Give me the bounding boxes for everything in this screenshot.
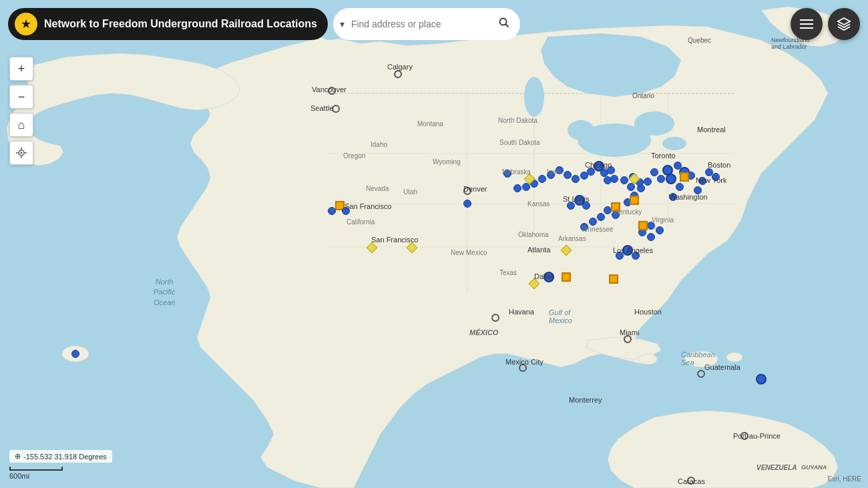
label-monterrey: Havana	[509, 308, 534, 316]
marker-ia3[interactable]	[538, 175, 546, 183]
label-texas: Texas	[499, 269, 517, 276]
label-northdakota: North Dakota	[498, 117, 537, 124]
marker-monterrey[interactable]	[491, 314, 499, 322]
label-north-pacific: NorthPacificOcean	[154, 277, 175, 308]
label-havana: Miami	[620, 328, 639, 336]
zoom-out-button[interactable]: −	[9, 85, 33, 109]
right-controls	[791, 8, 860, 40]
marker-denver[interactable]	[463, 200, 471, 208]
label-oklahoma: Oklahoma	[518, 231, 549, 238]
scale-bar: 600mi	[9, 467, 63, 480]
marker-orange-al[interactable]	[609, 274, 618, 284]
label-caracas: Port-au-Prince	[733, 432, 781, 440]
marker-port-au-prince[interactable]	[756, 374, 767, 385]
label-bogota: Caracas	[678, 477, 705, 485]
label-atlanta: Los Angeles	[613, 246, 653, 254]
marker-chi5[interactable]	[580, 172, 588, 180]
scale-line: 600mi	[9, 467, 63, 480]
label-washington: Washington	[669, 193, 708, 201]
marker-orange-pa[interactable]	[680, 172, 689, 182]
status-bar: ⊕ -155.532 31.918 Degrees	[9, 450, 112, 463]
svg-point-21	[21, 152, 23, 154]
marker-dc2[interactable]	[676, 183, 684, 191]
label-denver: Denver	[463, 185, 487, 193]
label-virginia: Virginia	[652, 216, 674, 224]
map-background	[0, 0, 868, 488]
title-bar: ★ Network to Freedom Underground Railroa…	[8, 8, 328, 40]
scale-label: 600mi	[9, 472, 29, 480]
svg-line-19	[505, 25, 508, 27]
marker-tn1[interactable]	[589, 218, 597, 226]
menu-button[interactable]	[791, 8, 823, 40]
label-miami: Houston	[634, 308, 662, 316]
marker-wi1[interactable]	[564, 171, 572, 179]
map-controls: + − ⌂	[9, 57, 33, 165]
marker-ny3[interactable]	[674, 162, 682, 170]
star-icon: ★	[15, 13, 37, 35]
zoom-in-button[interactable]: +	[9, 57, 33, 81]
svg-point-17	[524, 77, 544, 117]
svg-point-14	[634, 111, 674, 136]
marker-penn[interactable]	[650, 168, 658, 176]
label-california: California	[347, 218, 375, 226]
home-button[interactable]: ⌂	[9, 113, 33, 137]
label-tennessee: Tennessee	[581, 226, 613, 233]
svg-point-4	[726, 352, 742, 362]
marker-ia6[interactable]	[513, 184, 521, 192]
label-newyork: New York	[696, 176, 726, 184]
marker-balt[interactable]	[657, 175, 665, 183]
label-utah: Utah	[403, 188, 417, 196]
marker-philly[interactable]	[662, 165, 673, 176]
marker-oh1[interactable]	[620, 176, 628, 184]
locate-button[interactable]	[9, 141, 33, 165]
label-toronto: Toronto	[651, 152, 676, 160]
scale-ruler	[9, 467, 63, 471]
marker-calgary[interactable]	[394, 70, 402, 78]
search-button[interactable]	[493, 15, 515, 33]
label-oregon: Oregon	[343, 152, 365, 160]
svg-point-16	[662, 137, 686, 150]
label-chicago: Chicago	[585, 161, 612, 169]
label-caribbean: CaribbeanSea	[681, 350, 715, 367]
label-la: San Francisco	[371, 236, 418, 244]
label-nevada: Nevada	[366, 185, 389, 192]
header: ★ Network to Freedom Underground Railroa…	[8, 8, 520, 40]
esri-attribution: Esri, HERE	[827, 475, 861, 483]
label-ontario: Ontario	[632, 92, 654, 99]
layers-button[interactable]	[828, 8, 860, 40]
label-venezuela: VENEZUELA	[756, 464, 797, 471]
marker-hawaii[interactable]	[71, 350, 79, 358]
label-montreal: Montreal	[697, 126, 726, 134]
marker-va1[interactable]	[644, 178, 652, 186]
search-input[interactable]	[351, 19, 491, 29]
svg-point-15	[568, 120, 594, 140]
label-dallas: Atlanta	[527, 246, 550, 254]
coordinates-display: -155.532 31.918 Degrees	[23, 453, 107, 461]
search-dropdown-button[interactable]: ▾	[336, 16, 349, 32]
crosshair-icon: ⊕	[15, 452, 21, 461]
label-montana: Montana	[417, 120, 443, 128]
marker-orange-oh[interactable]	[630, 196, 639, 205]
label-nebraska: Nebraska	[502, 168, 531, 176]
app-title: Network to Freedom Underground Railroad …	[44, 18, 317, 30]
marker-orange-nc[interactable]	[638, 221, 648, 230]
marker-ky3[interactable]	[597, 213, 605, 221]
marker-in2[interactable]	[604, 176, 612, 184]
label-stlouis: St Louis	[563, 195, 590, 203]
label-guatemala: Monterrey	[569, 396, 602, 404]
marker-nc2[interactable]	[656, 226, 664, 234]
label-kentucky: Kentucky	[614, 208, 642, 216]
label-idaho: Idaho	[371, 141, 387, 148]
label-kansas: Kansas	[527, 200, 550, 208]
search-bar: ▾	[333, 8, 520, 40]
label-mexico: MÉXICO	[469, 328, 498, 336]
label-arkansas: Arkansas	[558, 235, 586, 242]
label-mexicocity: Mexico City	[505, 358, 544, 366]
label-houston: Dallas	[534, 272, 555, 280]
marker-sf2[interactable]	[328, 207, 336, 215]
marker-orange-ms[interactable]	[562, 272, 571, 282]
label-seattle: Seattle	[310, 104, 333, 112]
marker-wi2[interactable]	[572, 175, 580, 183]
label-sf: San Francisco	[345, 202, 391, 210]
marker-sc1[interactable]	[647, 233, 655, 241]
